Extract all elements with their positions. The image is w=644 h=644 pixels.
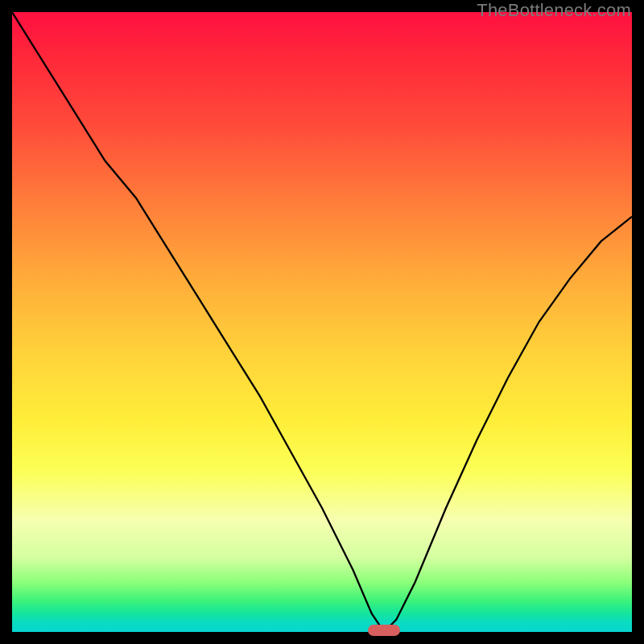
watermark-text: TheBottleneck.com: [477, 0, 631, 21]
bottleneck-curve: [12, 12, 632, 632]
chart-plot-area: [12, 12, 632, 632]
chart-frame: TheBottleneck.com: [0, 0, 644, 644]
curve-path: [12, 12, 632, 632]
optimal-point-marker: [368, 625, 400, 636]
